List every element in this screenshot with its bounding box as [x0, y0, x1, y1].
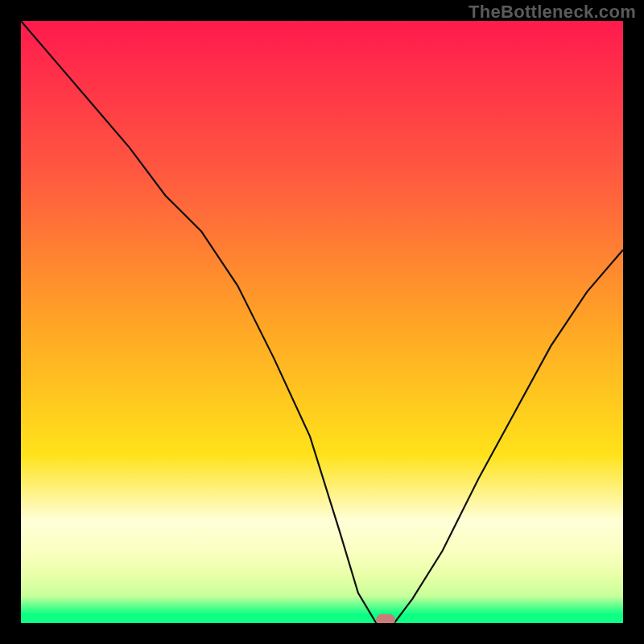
optimum-marker: [376, 614, 395, 623]
plot-area: [21, 21, 623, 623]
gradient-rect: [21, 21, 623, 623]
chart-frame: TheBottleneck.com: [0, 0, 644, 644]
watermark-text: TheBottleneck.com: [469, 2, 636, 23]
chart-svg: [21, 21, 623, 623]
